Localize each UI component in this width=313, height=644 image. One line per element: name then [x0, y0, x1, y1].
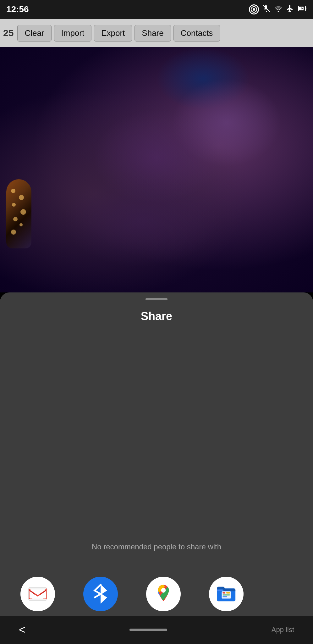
pocket-icon — [249, 4, 259, 14]
maps-icon — [152, 583, 174, 605]
share-button[interactable]: Share — [135, 25, 171, 42]
share-sheet: Share No recommended people to share wit… — [0, 292, 313, 644]
svg-rect-15 — [222, 596, 227, 597]
svg-rect-14 — [222, 594, 230, 595]
svg-rect-12 — [222, 592, 225, 593]
status-bar: 12:56 — [0, 0, 313, 19]
svg-rect-13 — [226, 592, 230, 593]
status-time: 12:56 — [6, 4, 29, 14]
clear-button[interactable]: Clear — [17, 25, 51, 42]
airplane-mode-icon — [286, 4, 295, 15]
files-icon — [215, 583, 237, 605]
svg-point-1 — [253, 8, 255, 11]
status-icons — [249, 4, 307, 15]
export-button[interactable]: Export — [94, 25, 132, 42]
bluetooth-icon — [92, 583, 109, 605]
back-button[interactable]: < — [19, 623, 25, 636]
contacts-button[interactable]: Contacts — [173, 25, 220, 42]
bluetooth-icon-circle — [83, 577, 118, 611]
svg-rect-4 — [305, 8, 306, 9]
nav-pill — [129, 629, 167, 631]
gmail-icon — [27, 583, 49, 605]
svg-point-9 — [161, 588, 166, 593]
toolbar: 25 Clear Import Export Share Contacts — [0, 19, 313, 47]
fish-creature — [6, 179, 44, 267]
toolbar-number: 25 — [3, 28, 14, 38]
gmail-icon-circle — [20, 577, 55, 611]
battery-icon — [298, 4, 307, 15]
no-recommended-text: No recommended people to share with — [85, 542, 228, 551]
notifications-off-icon — [262, 4, 271, 15]
share-title: Share — [0, 310, 313, 323]
wifi-icon — [274, 5, 283, 14]
nav-bar: < App list — [0, 616, 313, 644]
nav-center-label: App list — [272, 626, 294, 634]
maps-icon-circle — [146, 577, 181, 611]
drag-handle[interactable] — [146, 298, 167, 300]
background-image — [0, 47, 313, 292]
files-icon-circle — [209, 577, 244, 611]
import-button[interactable]: Import — [54, 25, 92, 42]
